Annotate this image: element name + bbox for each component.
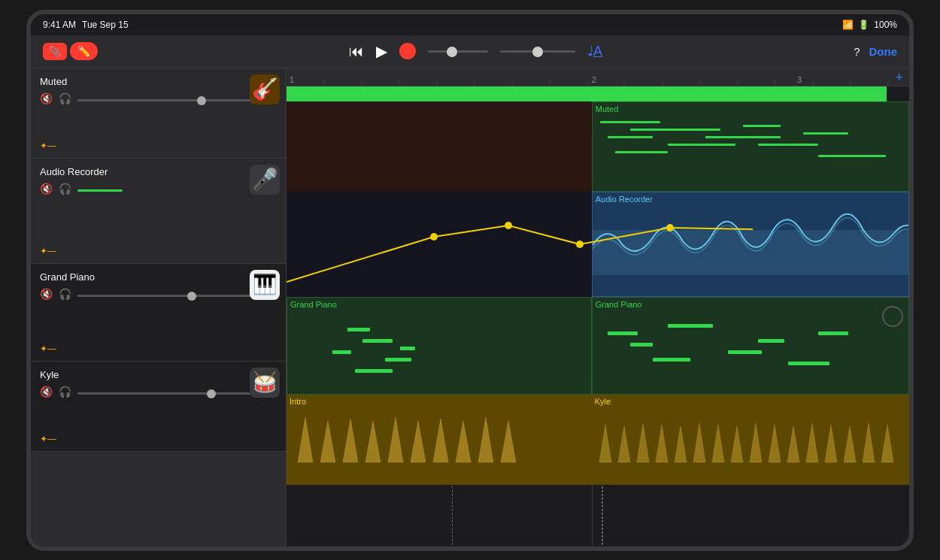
ruler-mark-2: 2 <box>592 75 596 84</box>
svg-marker-67 <box>825 425 837 462</box>
muted-waveform-svg <box>593 102 908 191</box>
automation-icon-2[interactable]: ✦— <box>40 344 56 354</box>
help-button[interactable]: ? <box>854 45 860 58</box>
mute-button-3[interactable]: 🔇 <box>40 386 53 398</box>
wifi-icon: 📶 <box>842 20 854 30</box>
clip-record-button[interactable]: 📎 <box>43 43 67 60</box>
ruler-ticks <box>287 68 909 86</box>
volume-track-3[interactable] <box>77 388 277 395</box>
audio-auto-row: ✦— <box>40 244 56 257</box>
drums-instrument-icon[interactable]: 🥁 <box>250 368 280 398</box>
automation-icon-0[interactable]: ✦— <box>40 141 56 151</box>
svg-rect-36 <box>400 347 415 350</box>
svg-rect-34 <box>385 358 411 362</box>
svg-marker-57 <box>637 423 649 462</box>
svg-marker-54 <box>501 421 516 462</box>
audio-filled-region[interactable]: Audio Recorder <box>592 192 909 297</box>
toolbar-right: ? Done <box>854 45 897 58</box>
svg-rect-18 <box>608 136 653 138</box>
svg-rect-43 <box>788 362 829 365</box>
svg-rect-24 <box>803 132 848 135</box>
callout-lines-svg <box>452 486 678 546</box>
pencil-button[interactable]: ✏️ <box>70 42 98 60</box>
muted-track-controls: 🔇 🎧 <box>40 92 277 104</box>
mic-icon: 🎤 <box>252 167 278 192</box>
svg-marker-55 <box>599 425 611 462</box>
automation-icon-1[interactable]: ✦— <box>40 246 56 256</box>
svg-marker-60 <box>693 423 705 462</box>
toolbar-left: 📎 ✏️ <box>43 42 98 60</box>
ruler-mark-1: 1 <box>290 75 294 84</box>
svg-rect-25 <box>818 155 886 157</box>
home-button[interactable] <box>882 306 903 327</box>
svg-marker-52 <box>456 421 471 462</box>
svg-rect-42 <box>758 339 784 343</box>
kyle-region-2-label: Kyle <box>595 397 611 406</box>
svg-marker-51 <box>433 419 448 462</box>
svg-marker-53 <box>478 417 493 462</box>
solo-button-0[interactable]: 🎧 <box>59 92 71 104</box>
status-time: 9:41 AM <box>43 20 76 30</box>
muted-filled-region[interactable]: Muted <box>592 101 909 192</box>
clip-icon: 📎 <box>49 46 61 57</box>
svg-marker-62 <box>731 426 743 462</box>
track-sidebar: Muted 🔇 🎧 🎸 ✦— <box>31 68 287 546</box>
piano-notes-1-svg <box>287 298 591 394</box>
guitar-instrument-icon[interactable]: 🎸 <box>250 74 280 104</box>
ipad-frame: 9:41 AM Tue Sep 15 📶 🔋 100% 📎 ✏️ ⏮ ▶ <box>26 10 914 551</box>
piano-region-2-label: Grand Piano <box>596 300 642 309</box>
battery-icon: 🔋 <box>858 20 869 30</box>
playback-region-bar <box>287 86 887 101</box>
piano-region-2[interactable]: Grand Piano <box>592 297 909 395</box>
svg-rect-16 <box>600 121 660 123</box>
volume-track-0[interactable] <box>77 95 277 101</box>
add-track-button[interactable]: + <box>895 70 903 86</box>
solo-button-3[interactable]: 🎧 <box>59 386 71 398</box>
svg-rect-35 <box>355 369 393 373</box>
svg-marker-50 <box>411 421 426 462</box>
master-volume-slider[interactable] <box>428 50 488 53</box>
svg-marker-65 <box>787 426 799 462</box>
kyle-region-2[interactable]: Kyle <box>592 395 909 485</box>
svg-marker-66 <box>806 423 818 462</box>
volume-track-2[interactable] <box>77 290 277 297</box>
mute-button-0[interactable]: 🔇 <box>40 92 53 104</box>
metronome-button[interactable]: ♩A <box>587 43 602 59</box>
kyle-waveform-1-svg <box>287 395 592 485</box>
piano-instrument-icon[interactable]: 🎹 <box>250 270 280 300</box>
muted-region-label: Muted <box>596 104 619 114</box>
solo-button-2[interactable]: 🎧 <box>59 288 71 300</box>
guitar-icon: 🎸 <box>252 77 278 101</box>
audio-empty-region[interactable] <box>287 192 592 297</box>
kyle-track-controls: 🔇 🎧 <box>40 386 277 398</box>
svg-marker-69 <box>863 423 875 462</box>
solo-button-1[interactable]: 🎧 <box>59 183 71 195</box>
svg-marker-58 <box>656 425 668 462</box>
piano-region-1[interactable]: Grand Piano <box>287 297 592 395</box>
kyle-region-1[interactable]: Intro <box>287 395 592 485</box>
piano-notes-2-svg <box>593 298 908 394</box>
mute-button-1[interactable]: 🔇 <box>40 183 53 195</box>
audio-recorder-track-timeline: Audio Recorder <box>287 192 909 297</box>
done-button[interactable]: Done <box>869 45 897 58</box>
svg-marker-61 <box>712 425 724 462</box>
record-button[interactable] <box>399 43 416 59</box>
piano-auto-row: ✦— <box>40 341 56 355</box>
svg-marker-63 <box>750 423 762 462</box>
tempo-slider[interactable] <box>500 50 575 53</box>
svg-rect-41 <box>653 358 690 362</box>
svg-marker-49 <box>388 417 403 462</box>
kyle-track-timeline: Intro <box>287 395 909 485</box>
svg-rect-39 <box>630 343 653 347</box>
svg-rect-21 <box>705 136 781 138</box>
kyle-region-1-label: Intro <box>290 397 306 406</box>
svg-marker-64 <box>769 425 781 462</box>
play-button[interactable]: ▶ <box>376 42 387 60</box>
automation-icon-3[interactable]: ✦— <box>40 434 56 444</box>
rewind-button[interactable]: ⏮ <box>349 43 364 60</box>
mute-button-2[interactable]: 🔇 <box>40 288 53 300</box>
muted-empty-region[interactable] <box>287 101 592 192</box>
microphone-instrument-icon[interactable]: 🎤 <box>250 165 280 195</box>
svg-rect-44 <box>818 331 848 335</box>
muted-track-timeline: Muted <box>287 101 909 192</box>
